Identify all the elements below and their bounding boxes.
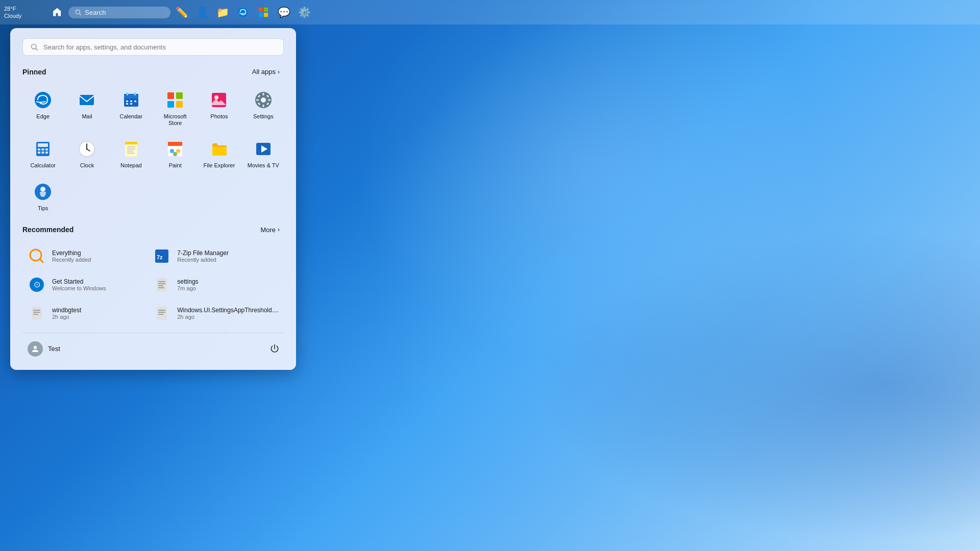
taskbar-search-label: Search [85,9,106,16]
svg-rect-22 [167,101,174,108]
pinned-app-photos[interactable]: Photos [199,85,239,131]
svg-rect-54 [127,153,134,154]
photos-icon [209,90,229,110]
pinned-app-paint[interactable]: Paint [155,134,195,173]
settings-label: Settings [253,113,274,120]
pinned-app-notepad[interactable]: Notepad [111,134,152,173]
all-apps-button[interactable]: All apps › [248,66,284,78]
7zip-subtitle: Recently added [177,257,229,263]
clock-label: Clock [80,162,94,169]
taskbar-teams-icon[interactable]: 💬 [275,3,293,21]
rec-item-windbgtest[interactable]: windbgtest 2h ago [22,300,145,327]
svg-rect-17 [134,101,136,102]
pinned-app-tips[interactable]: Tips [22,177,63,216]
edge-icon [33,90,53,110]
svg-rect-10 [80,95,94,105]
start-footer: Test [22,333,284,360]
taskbar-store-icon[interactable] [254,3,273,21]
pinned-app-file-explorer[interactable]: File Explorer [199,134,239,173]
user-section[interactable]: Test [22,338,65,360]
svg-rect-53 [127,151,133,152]
svg-rect-19 [130,103,132,105]
svg-point-57 [170,149,174,153]
recommended-header: Recommended More › [22,224,284,236]
taskbar-sketch-icon[interactable]: ✏️ [173,3,191,21]
pinned-app-edge[interactable]: Edge [22,85,63,131]
svg-rect-6 [264,13,268,17]
get-started-info: Get Started Welcome to Windows [52,278,106,291]
start-button[interactable] [48,3,66,21]
all-apps-chevron: › [278,68,280,76]
taskbar-avatar-icon[interactable]: 👤 [193,3,211,21]
svg-rect-3 [259,8,263,12]
get-started-icon: ⊙ [28,276,46,294]
more-button[interactable]: More › [256,224,284,236]
svg-point-27 [261,97,266,103]
svg-rect-30 [256,99,259,101]
calculator-label: Calculator [30,162,56,169]
svg-rect-71 [158,281,165,282]
desktop: 28°F Cloudy Search ✏️ 👤 � [0,0,980,551]
condition: Cloudy [4,12,21,19]
windbgtest-icon [28,304,46,322]
pinned-app-movies[interactable]: Movies & TV [243,134,284,173]
start-search-input[interactable] [43,43,276,51]
svg-rect-28 [262,93,264,95]
pinned-app-store[interactable]: Microsoft Store [155,85,195,131]
pinned-app-calculator[interactable]: Calculator [22,134,63,173]
rec-item-windows-ui[interactable]: Windows.UI.SettingsAppThreshold.... 2h a… [148,300,284,327]
svg-point-58 [176,149,180,153]
power-button[interactable] [265,340,284,358]
svg-rect-40 [45,148,48,151]
svg-rect-43 [45,152,48,154]
svg-rect-12 [124,94,138,98]
svg-rect-76 [33,310,40,311]
svg-line-8 [36,48,38,51]
rec-item-get-started[interactable]: ⊙ Get Started Welcome to Windows [22,271,145,298]
taskbar-files-icon[interactable]: 📁 [213,3,232,21]
7zip-info: 7-Zip File Manager Recently added [177,249,229,263]
windows-ui-info: Windows.UI.SettingsAppThreshold.... 2h a… [177,307,279,320]
taskbar: 28°F Cloudy Search ✏️ 👤 � [0,0,980,24]
paint-label: Paint [169,162,182,169]
svg-rect-20 [167,92,174,99]
start-search-icon [30,43,38,51]
taskbar-settings-icon[interactable]: ⚙️ [295,3,313,21]
windows-ui-time: 2h ago [177,314,279,320]
pinned-title: Pinned [22,68,46,76]
taskbar-edge-icon[interactable] [234,3,252,21]
windows-ui-icon [153,304,171,322]
svg-rect-82 [158,314,163,315]
svg-rect-5 [259,13,263,17]
svg-point-0 [76,10,80,14]
photos-label: Photos [210,113,228,120]
user-name-label: Test [48,345,60,353]
svg-point-9 [35,92,51,108]
svg-rect-56 [168,142,182,146]
pinned-apps-grid: Edge Mail [22,85,284,216]
recommended-list: Everything Recently added 7z 7-Zip File … [22,243,284,327]
settings-file-time: 7m ago [177,285,198,291]
pinned-app-calendar[interactable]: Calendar [111,85,152,131]
file-explorer-label: File Explorer [204,162,235,169]
pinned-app-clock[interactable]: Clock [66,134,107,173]
settings-icon [253,90,274,110]
pinned-app-settings[interactable]: Settings [243,85,284,131]
pinned-app-mail[interactable]: Mail [66,85,107,131]
start-search-box[interactable] [22,38,284,56]
mail-icon [77,90,97,110]
rec-item-everything[interactable]: Everything Recently added [22,243,145,269]
taskbar-search[interactable]: Search [68,7,170,18]
svg-rect-37 [38,143,48,147]
notepad-label: Notepad [120,162,142,169]
store-label: Microsoft Store [158,113,192,127]
rec-item-settings[interactable]: settings 7m ago [148,271,284,298]
everything-info: Everything Recently added [52,249,91,263]
rec-item-7zip[interactable]: 7z 7-Zip File Manager Recently added [148,243,284,269]
svg-point-63 [40,187,45,192]
svg-point-25 [214,95,218,99]
svg-rect-70 [157,278,167,291]
windows-ui-name: Windows.UI.SettingsAppThreshold.... [177,307,279,314]
paint-icon [165,139,185,159]
calendar-icon [121,90,141,110]
